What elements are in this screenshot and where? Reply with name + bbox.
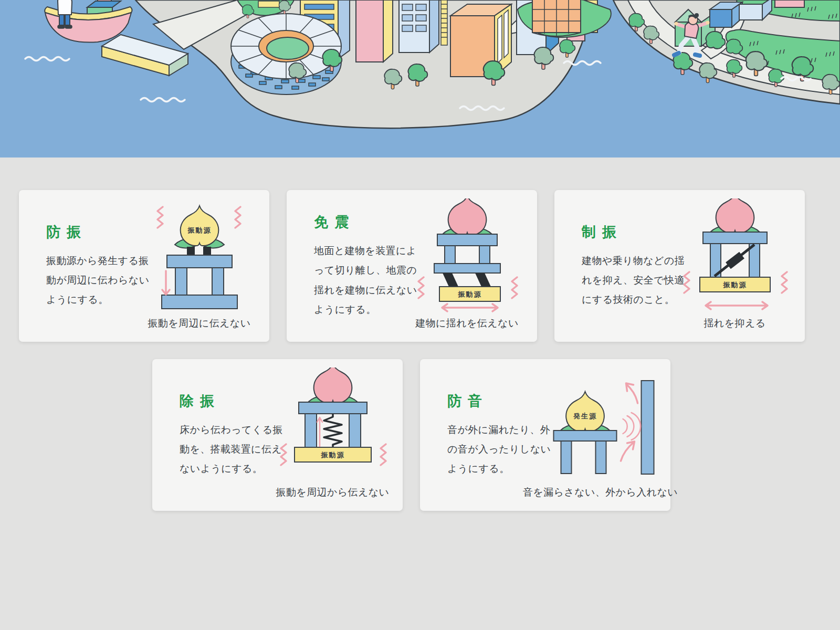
peach-building [448,198,486,235]
crane-tower [441,0,447,45]
menshin-illustration: 振動源 [412,198,522,313]
table-top [703,232,767,244]
down-arrow-icon [162,271,170,295]
double-arrow-icon [442,304,498,311]
isolator-leg [475,273,491,287]
peach-equipment [313,368,352,403]
yard-slab [258,1,279,7]
sound-waves-icon [623,413,640,440]
vibration-zigzag-icon [381,444,386,465]
card-description: 振動源から発生する振動が周辺に伝わらないようにする。 [46,251,158,309]
table-top [437,234,497,246]
table-top [299,402,367,414]
vibration-zigzag-icon [281,444,286,465]
info-card-boshin: 防振 振動源から発生する振動が周辺に伝わらないようにする。 振動源 振動を周辺に… [19,190,269,342]
info-card-boon: 防音 音が外に漏れたり、外の音が入ったりしないようにする。 発生源 音を漏らさな… [420,359,670,511]
card-description: 地面と建物を装置によって切り離し、地震の揺れを建物に伝えないようにする。 [314,241,425,319]
card-caption: 建物に揺れを伝えない [415,317,518,330]
spring-icon [324,414,342,447]
table-leg [175,268,187,295]
sound-wall [641,381,654,474]
info-card-menshin: 免震 地面と建物を装置によって切り離し、地震の揺れを建物に伝えないようにする。 … [287,190,537,342]
building-white [399,0,439,52]
card-caption: 揺れを抑える [704,317,765,330]
table-leg [595,441,606,474]
boshin-illustration: 振動源 [147,198,252,311]
table-leg [479,246,490,264]
info-card-seishin: 制振 建物や乗り物などの揺れを抑え、安全で快適にする技術のこと。 振動源 揺れを… [554,190,805,342]
info-card-joshin: 除振 床から伝わってくる振動を、搭載装置に伝えないようにする。 振動源 振動を周… [152,359,403,511]
source-label: 振動源 [457,290,481,298]
isolator-mount [187,247,195,255]
card-caption: 振動を周辺に伝えない [148,317,250,330]
vibration-zigzag-icon [158,207,163,228]
seishin-illustration: 振動源 [680,198,790,313]
card-description: 音が外に漏れたり、外の音が入ったりしないようにする。 [447,420,559,478]
vibration-zigzag-icon [512,277,517,298]
reflect-arrow-icon [626,383,637,403]
pink-slab [775,0,804,7]
source-label: 振動源 [320,451,344,459]
table-leg [445,246,455,264]
table-top [553,430,616,441]
card-description: 床から伝わってくる振動を、搭載装置に伝えないようにする。 [180,420,291,478]
table-leg [305,414,317,447]
city-scene [0,0,840,158]
table-top [167,255,232,268]
table-leg [349,414,361,447]
vibration-zigzag-icon [782,272,787,293]
peach-building [716,198,754,233]
boat-person [58,0,72,28]
source-label: 振動源 [187,226,211,234]
joshin-figure: 振動源 振動を周辺から伝えない [276,359,389,511]
table-leg [212,268,224,295]
card-description: 建物や乗り物などの揺れを抑え、安全で快適にする技術のこと。 [582,251,693,309]
incoming-arrow-icon [621,442,634,461]
hero-illustration [0,0,840,158]
building-pink [356,0,393,62]
vibration-zigzag-icon [684,272,689,293]
double-arrow-icon [706,302,768,309]
boshin-figure: 振動源 振動を周辺に伝えない [143,190,256,342]
up-arrow-icon [317,417,322,446]
source-label: 発生源 [573,412,597,420]
source-label: 振動源 [722,281,747,289]
joshin-illustration: 振動源 [278,368,388,483]
card-caption: 音を漏らさない、外から入れない [523,486,678,499]
boon-illustration: 発生源 [544,368,657,482]
table-leg [561,441,571,474]
vibration-zigzag-icon [418,277,424,298]
floor-base [162,295,237,309]
menshin-figure: 振動源 建物に揺れを伝えない [411,190,523,342]
vibration-zigzag-icon [235,207,240,228]
boon-figure: 発生源 音を漏らさない、外から入れない [544,359,657,511]
seishin-figure: 振動源 揺れを抑える [678,190,791,342]
isolator-mount [203,247,211,255]
building-orange [450,4,511,77]
lower-bar [434,264,500,273]
card-caption: 振動を周辺から伝えない [276,486,390,499]
isolator-leg [443,273,458,287]
